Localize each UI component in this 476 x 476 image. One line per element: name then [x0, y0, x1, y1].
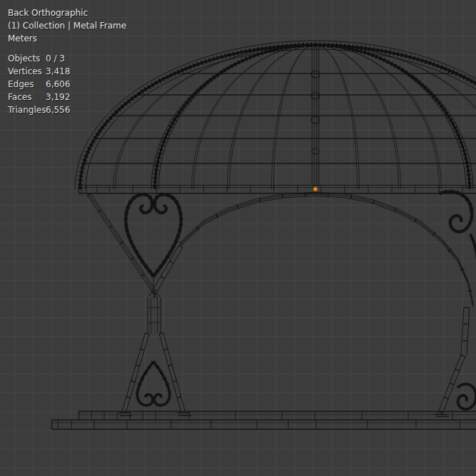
stat-value: 6,606 — [46, 78, 70, 91]
viewport-canvas[interactable] — [0, 0, 476, 476]
stat-row-edges: Edges 6,606 — [8, 78, 70, 91]
stat-value: 6,556 — [46, 103, 70, 116]
blender-3d-viewport[interactable]: Back Orthographic (1) Collection | Metal… — [0, 0, 476, 476]
stat-value: 3,192 — [46, 91, 70, 103]
stat-label: Objects — [8, 52, 46, 65]
scene-statistics-overlay: Objects 0 / 3 Vertices 3,418 Edges 6,606… — [8, 52, 70, 116]
stat-row-triangles: Triangles 6,556 — [8, 103, 70, 116]
view-name-label: Back Orthographic — [8, 6, 126, 19]
collection-object-label: (1) Collection | Metal Frame — [8, 19, 126, 32]
stat-row-faces: Faces 3,192 — [8, 91, 70, 103]
stat-label: Vertices — [8, 65, 46, 78]
stat-label: Triangles — [8, 103, 46, 116]
viewport-header-overlay: Back Orthographic (1) Collection | Metal… — [8, 6, 126, 45]
stat-row-vertices: Vertices 3,418 — [8, 65, 70, 78]
stat-label: Faces — [8, 91, 46, 103]
object-origin-indicator[interactable] — [313, 187, 318, 191]
stat-row-objects: Objects 0 / 3 — [8, 52, 70, 65]
units-label: Meters — [8, 32, 126, 45]
stat-value: 3,418 — [46, 65, 70, 78]
stat-label: Edges — [8, 78, 46, 91]
stat-value: 0 / 3 — [46, 52, 65, 65]
